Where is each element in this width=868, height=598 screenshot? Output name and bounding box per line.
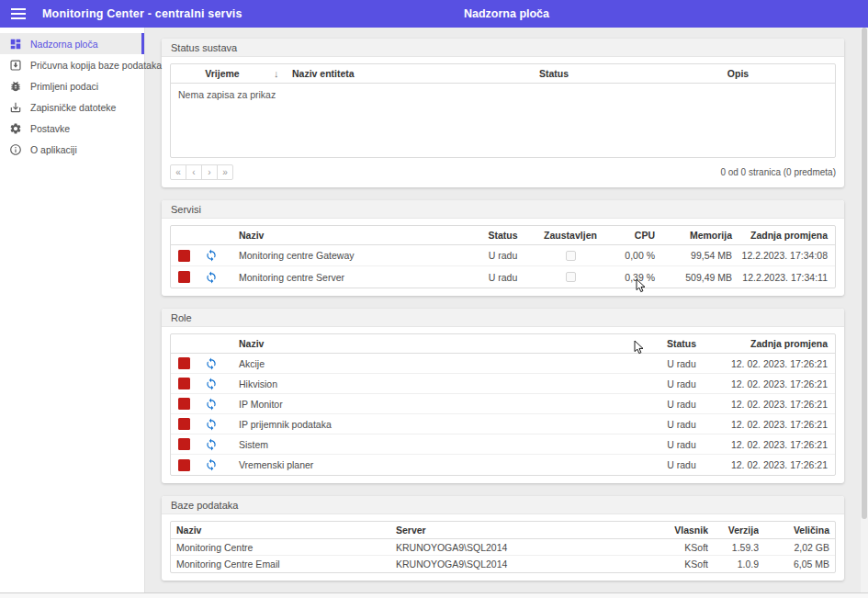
database-version: 1.59.3: [708, 542, 759, 553]
sidebar-item-1[interactable]: Pričuvna kopija baze podataka: [0, 54, 144, 75]
service-name: Monitoring centre Server: [226, 272, 468, 283]
role-name: IP prijemnik podataka: [226, 419, 640, 430]
sidebar-item-2[interactable]: Primljeni podaci: [0, 75, 144, 96]
database-owner: KSoft: [570, 559, 708, 570]
card-title-status: Status sustava: [162, 39, 844, 57]
role-name: Hikvision: [226, 378, 640, 389]
service-status: U radu: [468, 250, 537, 261]
col-opis[interactable]: Opis: [641, 68, 835, 79]
sidebar-item-3[interactable]: Zapisničke datoteke: [0, 96, 144, 118]
card-title-roles: Role: [162, 309, 844, 327]
empty-table-message: Nema zapisa za prikaz: [171, 84, 835, 157]
next-page-button[interactable]: ›: [201, 164, 218, 180]
col-naziv: Naziv: [226, 338, 640, 349]
about-icon: [9, 143, 22, 156]
service-stop-button[interactable]: [178, 271, 190, 283]
role-row: Vremenski planerU radu12. 02. 2023. 17:2…: [171, 455, 835, 475]
col-zaustavljen: Zaustavljen: [537, 230, 603, 241]
sidebar-item-label: Primljeni podaci: [30, 81, 98, 92]
role-name: Vremenski planer: [226, 459, 640, 470]
services-table-header: Naziv Status Zaustavljen CPU Memorija Za…: [171, 226, 835, 245]
service-restart-icon[interactable]: [205, 271, 218, 284]
role-stop-button[interactable]: [178, 459, 190, 471]
col-memorija: Memorija: [666, 230, 739, 241]
service-cpu: 0,00 %: [603, 250, 666, 261]
roles-card: Role Naziv Status Zadnja promjena Akcije…: [162, 309, 844, 483]
sort-desc-icon[interactable]: ↓: [274, 68, 292, 79]
role-changed: 12. 02. 2023. 17:26:21: [723, 419, 835, 430]
sidebar-item-0[interactable]: Nadzorna ploča: [0, 33, 144, 54]
database-name: Monitoring Centre: [171, 542, 396, 553]
dashboard-icon: [9, 38, 22, 51]
service-name: Monitoring centre Gateway: [226, 250, 468, 261]
role-restart-icon[interactable]: [205, 438, 218, 451]
database-size: 2,02 GB: [759, 542, 835, 553]
database-owner: KSoft: [570, 542, 708, 553]
col-status[interactable]: Status: [467, 68, 641, 79]
col-vrijeme[interactable]: Vrijeme: [171, 68, 274, 79]
service-row: Monitoring centre ServerU radu0,39 %509,…: [171, 266, 835, 288]
databases-card: Baze podataka Naziv Server Vlasnik Verzi…: [162, 496, 844, 581]
col-velicina: Veličina: [759, 525, 835, 536]
pagination: « ‹ › » 0 od 0 stranica (0 predmeta): [170, 164, 836, 180]
role-name: Akcije: [226, 358, 640, 369]
role-changed: 12. 02. 2023. 17:26:21: [723, 378, 835, 389]
scrollbar-thumb[interactable]: [862, 28, 867, 519]
service-cpu: 0,39 %: [603, 272, 666, 283]
role-stop-button[interactable]: [178, 378, 190, 389]
col-server: Server: [396, 525, 570, 536]
service-stop-button[interactable]: [178, 250, 190, 262]
stopped-checkbox[interactable]: [566, 251, 576, 261]
role-row: HikvisionU radu12. 02. 2023. 17:26:21: [171, 374, 835, 394]
vertical-scrollbar[interactable]: [861, 28, 868, 592]
service-changed: 12.2.2023. 17:34:08: [739, 250, 835, 261]
status-table-header: Vrijeme ↓ Naziv entiteta Status Opis: [171, 64, 835, 84]
sidebar-item-label: Nadzorna ploča: [30, 39, 98, 50]
received-data-icon: [9, 80, 22, 93]
role-status: U radu: [640, 378, 723, 389]
role-changed: 12. 02. 2023. 17:26:21: [723, 459, 835, 470]
sidebar-item-4[interactable]: Postavke: [0, 118, 144, 139]
col-naziv-entiteta[interactable]: Naziv entiteta: [292, 68, 467, 79]
service-changed: 12.2.2023. 17:34:11: [739, 272, 835, 283]
first-page-button[interactable]: «: [170, 164, 186, 180]
sidebar-item-label: Postavke: [30, 123, 70, 134]
role-restart-icon[interactable]: [205, 357, 218, 370]
role-restart-icon[interactable]: [205, 458, 218, 471]
col-cpu: CPU: [603, 230, 666, 241]
database-row: Monitoring CentreKRUNOYOGA9\SQL2014KSoft…: [171, 539, 835, 556]
role-status: U radu: [640, 459, 723, 470]
role-row: IP prijemnik podatakaU radu12. 02. 2023.…: [171, 414, 835, 434]
role-status: U radu: [640, 358, 723, 369]
col-naziv: Naziv: [226, 230, 468, 241]
database-name: Monitoring Centre Email: [171, 559, 396, 570]
role-stop-button[interactable]: [178, 438, 190, 450]
prev-page-button[interactable]: ‹: [186, 164, 202, 180]
col-naziv: Naziv: [171, 525, 396, 536]
sidebar-item-label: Zapisničke datoteke: [30, 102, 116, 113]
service-restart-icon[interactable]: [205, 249, 218, 262]
pagination-summary: 0 od 0 stranica (0 predmeta): [720, 167, 836, 177]
stopped-checkbox[interactable]: [566, 272, 576, 282]
role-status: U radu: [640, 399, 723, 410]
col-zadnja-promjena: Zadnja promjena: [723, 338, 835, 349]
role-restart-icon[interactable]: [205, 378, 218, 390]
role-status: U radu: [640, 419, 723, 430]
role-changed: 12. 02. 2023. 17:26:21: [723, 399, 835, 410]
system-status-card: Status sustava Vrijeme ↓ Naziv entiteta …: [162, 39, 844, 187]
role-stop-button[interactable]: [178, 398, 190, 410]
role-stop-button[interactable]: [178, 357, 190, 369]
menu-hamburger-icon[interactable]: [11, 6, 35, 22]
role-restart-icon[interactable]: [205, 398, 218, 411]
card-title-services: Servisi: [162, 200, 844, 219]
col-status: Status: [640, 338, 723, 349]
role-restart-icon[interactable]: [205, 418, 218, 431]
last-page-button[interactable]: »: [217, 164, 233, 180]
database-version: 1.0.9: [708, 559, 759, 570]
sidebar-item-5[interactable]: O aplikaciji: [0, 139, 144, 160]
backup-icon: [9, 59, 22, 72]
role-row: SistemU radu12. 02. 2023. 17:26:21: [171, 434, 835, 455]
service-memory: 99,54 MB: [666, 250, 739, 261]
role-stop-button[interactable]: [178, 418, 190, 430]
settings-icon: [9, 122, 22, 135]
